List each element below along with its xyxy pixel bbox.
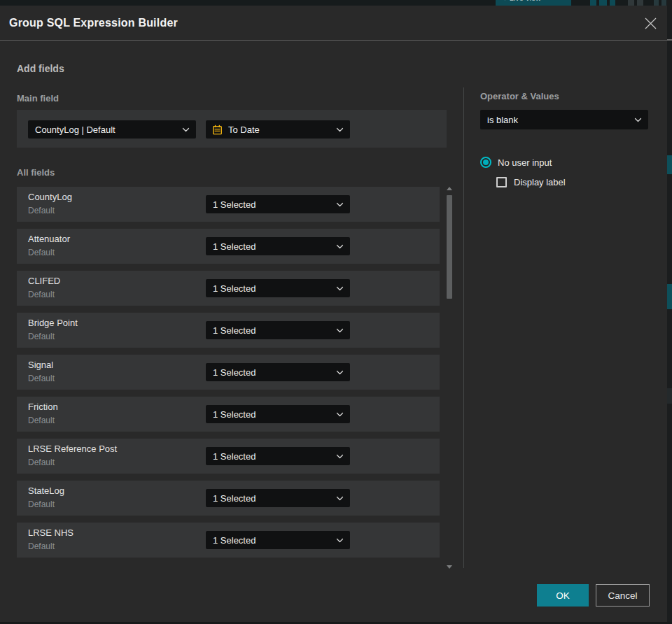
radio-icon [480, 157, 491, 168]
field-selected-dropdown[interactable]: 1 Selected [206, 195, 350, 213]
dialog-title: Group SQL Expression Builder [9, 6, 178, 41]
panel-divider [463, 87, 464, 568]
main-field-label: Main field [17, 93, 59, 104]
background-toolbar-fragment [610, 0, 615, 6]
field-selected-dropdown[interactable]: 1 Selected [206, 489, 350, 507]
ok-button[interactable]: OK [537, 584, 589, 607]
scrollbar-thumb[interactable] [447, 195, 452, 299]
close-icon [644, 17, 657, 30]
field-row: LRSE NHS Default 1 Selected [17, 523, 440, 558]
field-name: LRSE NHS [28, 527, 74, 538]
chevron-down-icon [336, 286, 350, 291]
field-row: Signal Default 1 Selected [17, 355, 440, 390]
operator-dropdown-value: is blank [480, 115, 634, 125]
field-sublabel: Default [28, 248, 55, 257]
field-sublabel: Default [28, 332, 55, 341]
field-row: Bridge Point Default 1 Selected [17, 313, 440, 348]
field-name: StateLog [28, 485, 64, 496]
field-name: CLIFED [28, 276, 60, 286]
field-selected-dropdown[interactable]: 1 Selected [206, 531, 350, 549]
field-sublabel: Default [28, 458, 55, 467]
background-toolbar-fragment [590, 0, 596, 6]
all-fields-list: CountyLog Default 1 Selected Attenuator … [17, 187, 440, 565]
chevron-down-icon [336, 370, 350, 375]
display-label-checkbox[interactable]: Display label [496, 177, 566, 187]
background-toolbar-fragment [637, 0, 643, 6]
field-selected-dropdown[interactable]: 1 Selected [206, 321, 350, 339]
background-fragment [667, 39, 672, 41]
field-selected-dropdown[interactable]: 1 Selected [206, 237, 350, 255]
field-row: Attenuator Default 1 Selected [17, 229, 440, 264]
scrollbar-down-arrow[interactable] [447, 565, 452, 569]
field-name: Friction [28, 402, 58, 412]
fields-list-scrollbar[interactable] [446, 185, 453, 569]
field-sublabel: Default [28, 206, 55, 215]
field-selected-value: 1 Selected [206, 535, 336, 546]
field-selected-value: 1 Selected [206, 199, 336, 210]
background-toolbar-fragment [662, 0, 666, 6]
field-selected-value: 1 Selected [206, 409, 336, 420]
background-fragment [667, 388, 672, 404]
field-selected-dropdown[interactable]: 1 Selected [206, 363, 350, 381]
background-fragment [667, 155, 672, 174]
chevron-down-icon [336, 454, 350, 459]
no-user-input-label: No user input [498, 157, 552, 168]
chevron-down-icon [336, 244, 350, 249]
display-label-label: Display label [514, 177, 566, 187]
chevron-down-icon [336, 127, 350, 132]
live-view-badge: ● Live view [496, 0, 571, 6]
background-toolbar-fragment [599, 0, 607, 6]
field-row: CLIFED Default 1 Selected [17, 271, 440, 306]
chevron-down-icon [336, 202, 350, 207]
field-sublabel: Default [28, 374, 55, 383]
field-name: CountyLog [28, 192, 72, 202]
main-field-dropdown[interactable]: CountyLog | Default [28, 120, 196, 139]
chevron-down-icon [336, 328, 350, 333]
field-selected-value: 1 Selected [206, 241, 336, 252]
field-selected-value: 1 Selected [206, 367, 336, 378]
scrollbar-up-arrow[interactable] [447, 187, 452, 190]
field-row: StateLog Default 1 Selected [17, 481, 440, 516]
operator-dropdown[interactable]: is blank [480, 110, 648, 129]
field-row: LRSE Reference Post Default 1 Selected [17, 439, 440, 474]
field-selected-value: 1 Selected [206, 325, 336, 336]
field-name: Signal [28, 360, 53, 370]
field-sublabel: Default [28, 416, 55, 425]
field-selected-value: 1 Selected [206, 283, 336, 294]
field-sublabel: Default [28, 290, 55, 299]
field-name: Attenuator [28, 234, 70, 244]
checkbox-icon [496, 177, 507, 187]
chevron-down-icon [634, 118, 648, 122]
date-field-dropdown-value: To Date [223, 125, 336, 135]
field-selected-value: 1 Selected [206, 451, 336, 462]
main-field-container: CountyLog | Default To Date [17, 110, 447, 148]
chevron-down-icon [182, 127, 196, 132]
all-fields-label: All fields [17, 167, 55, 178]
date-field-dropdown[interactable]: To Date [206, 120, 350, 139]
field-selected-dropdown[interactable]: 1 Selected [206, 405, 350, 423]
background-fragment [667, 284, 672, 309]
field-selected-value: 1 Selected [206, 493, 336, 504]
field-sublabel: Default [28, 541, 55, 551]
add-fields-heading: Add fields [17, 63, 64, 74]
no-user-input-radio[interactable]: No user input [480, 157, 552, 168]
field-name: LRSE Reference Post [28, 444, 117, 454]
dialog-title-bar: Group SQL Expression Builder [0, 6, 667, 41]
background-app-top-strip: ● Live view [0, 0, 672, 6]
chevron-down-icon [336, 496, 350, 501]
background-app-right-strip [667, 0, 672, 624]
chevron-down-icon [336, 538, 350, 543]
field-row: Friction Default 1 Selected [17, 397, 440, 432]
field-selected-dropdown[interactable]: 1 Selected [206, 279, 350, 297]
close-button[interactable] [640, 13, 661, 34]
field-sublabel: Default [28, 499, 55, 509]
calendar-icon [206, 125, 223, 135]
main-field-dropdown-value: CountyLog | Default [28, 125, 182, 135]
background-toolbar-fragment [628, 0, 634, 6]
operator-values-label: Operator & Values [480, 91, 559, 101]
field-name: Bridge Point [28, 318, 78, 328]
cancel-button[interactable]: Cancel [596, 584, 650, 607]
field-selected-dropdown[interactable]: 1 Selected [206, 447, 350, 465]
group-sql-expression-builder-dialog: Group SQL Expression Builder Add fields … [0, 6, 667, 622]
radio-dot [483, 159, 489, 165]
